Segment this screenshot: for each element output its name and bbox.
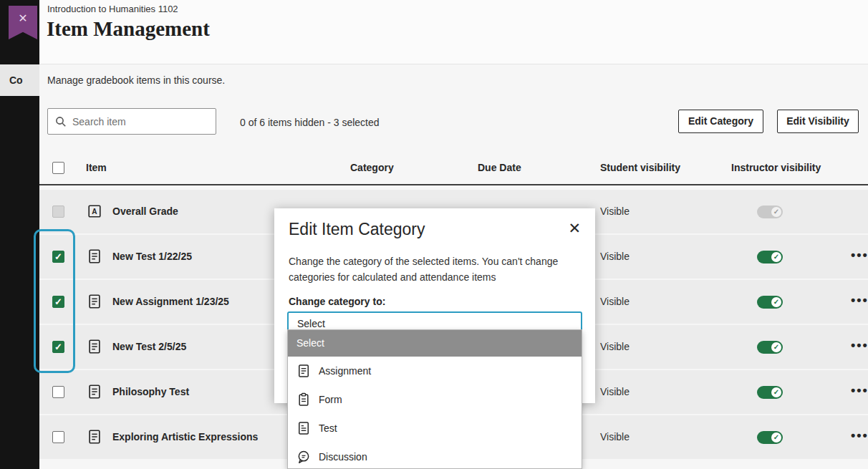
- option-assignment[interactable]: Assignment: [288, 357, 582, 385]
- modal-close-icon[interactable]: ✕: [568, 220, 581, 237]
- item-name[interactable]: New Test 1/22/25: [112, 251, 192, 262]
- document-icon: [87, 339, 102, 357]
- select-all-checkbox[interactable]: [52, 162, 64, 174]
- row-checkbox[interactable]: [52, 296, 64, 308]
- search-box[interactable]: [47, 108, 216, 135]
- option-label: Assignment: [319, 365, 371, 377]
- edit-visibility-button[interactable]: Edit Visibility: [777, 110, 859, 133]
- column-instructor-visibility: Instructor visibility: [731, 162, 821, 173]
- left-rail: Co: [0, 0, 39, 469]
- option-label: Form: [319, 394, 342, 405]
- modal-title: Edit Item Category: [289, 220, 425, 239]
- document-icon: [87, 384, 102, 402]
- student-visibility-value: Visible: [600, 296, 630, 307]
- visibility-toggle[interactable]: ✓: [757, 341, 783, 354]
- row-checkbox[interactable]: [52, 341, 64, 353]
- option-test[interactable]: Test: [288, 414, 582, 443]
- category-dropdown: Select Assignment Form Test Discussion: [287, 329, 582, 469]
- toggle-check-icon: ✓: [771, 342, 781, 352]
- category-field-label: Change category to:: [289, 296, 385, 307]
- discussion-icon: [296, 450, 311, 464]
- row-checkbox[interactable]: [52, 431, 64, 443]
- assignment-icon: [296, 364, 311, 378]
- item-name[interactable]: Exploring Artistic Expressions: [112, 431, 258, 443]
- visibility-toggle[interactable]: ✓: [757, 206, 783, 218]
- overall-grade-icon: A: [87, 203, 102, 222]
- search-icon: [55, 116, 67, 127]
- test-icon: [296, 421, 311, 435]
- toggle-check-icon: ✓: [771, 252, 781, 262]
- svg-text:A: A: [92, 208, 97, 216]
- course-title: Introduction to Humanities 1102: [47, 4, 178, 14]
- column-student-visibility: Student visibility: [600, 162, 680, 173]
- column-category: Category: [350, 162, 394, 173]
- column-item: Item: [86, 162, 107, 173]
- document-icon: [87, 294, 102, 312]
- row-checkbox[interactable]: [52, 386, 64, 398]
- item-name[interactable]: Philosophy Test: [112, 386, 189, 397]
- row-menu-button[interactable]: •••: [851, 428, 868, 443]
- column-due-date: Due Date: [478, 162, 521, 173]
- items-status-text: 0 of 6 items hidden - 3 selected: [240, 117, 380, 128]
- table-header: Item Category Due Date Student visibilit…: [39, 154, 868, 185]
- edit-category-button[interactable]: Edit Category: [678, 110, 763, 133]
- visibility-toggle[interactable]: ✓: [757, 296, 783, 309]
- row-menu-button[interactable]: •••: [851, 248, 868, 263]
- item-name[interactable]: Overall Grade: [112, 206, 178, 217]
- page-title: Item Management: [47, 17, 210, 41]
- item-name[interactable]: New Test 2/5/25: [112, 341, 186, 352]
- modal-body-text: Change the category of the selected item…: [289, 254, 588, 285]
- collapsed-panel-label: Co: [0, 64, 39, 96]
- visibility-toggle[interactable]: ✓: [757, 386, 783, 399]
- option-select[interactable]: Select: [288, 330, 582, 357]
- visibility-toggle[interactable]: ✓: [757, 251, 783, 263]
- row-checkbox[interactable]: [52, 206, 64, 218]
- toggle-check-icon: ✓: [771, 387, 781, 397]
- option-discussion[interactable]: Discussion: [288, 443, 582, 469]
- page-subtitle: Manage gradebook items in this course.: [47, 74, 225, 86]
- option-label: Test: [319, 422, 337, 434]
- toggle-check-icon: ✓: [771, 432, 781, 443]
- row-menu-button[interactable]: •••: [851, 293, 868, 308]
- toggle-check-icon: ✓: [771, 207, 781, 217]
- item-name[interactable]: New Assignment 1/23/25: [112, 296, 229, 307]
- option-label: Discussion: [319, 451, 367, 463]
- document-icon: [87, 248, 102, 267]
- option-form[interactable]: Form: [288, 385, 582, 414]
- student-visibility-value: Visible: [600, 431, 630, 443]
- row-menu-button[interactable]: •••: [851, 338, 868, 353]
- document-icon: [87, 429, 102, 448]
- search-input[interactable]: [72, 116, 208, 127]
- form-icon: [296, 392, 311, 407]
- row-menu-button[interactable]: •••: [851, 383, 868, 398]
- row-checkbox[interactable]: [52, 251, 64, 263]
- close-icon: ✕: [9, 11, 37, 25]
- page-header: Introduction to Humanities 1102 Item Man…: [39, 0, 868, 64]
- student-visibility-value: Visible: [600, 206, 630, 217]
- student-visibility-value: Visible: [600, 386, 630, 397]
- student-visibility-value: Visible: [600, 251, 630, 262]
- visibility-toggle[interactable]: ✓: [757, 431, 783, 444]
- student-visibility-value: Visible: [600, 341, 630, 352]
- toggle-check-icon: ✓: [771, 297, 781, 307]
